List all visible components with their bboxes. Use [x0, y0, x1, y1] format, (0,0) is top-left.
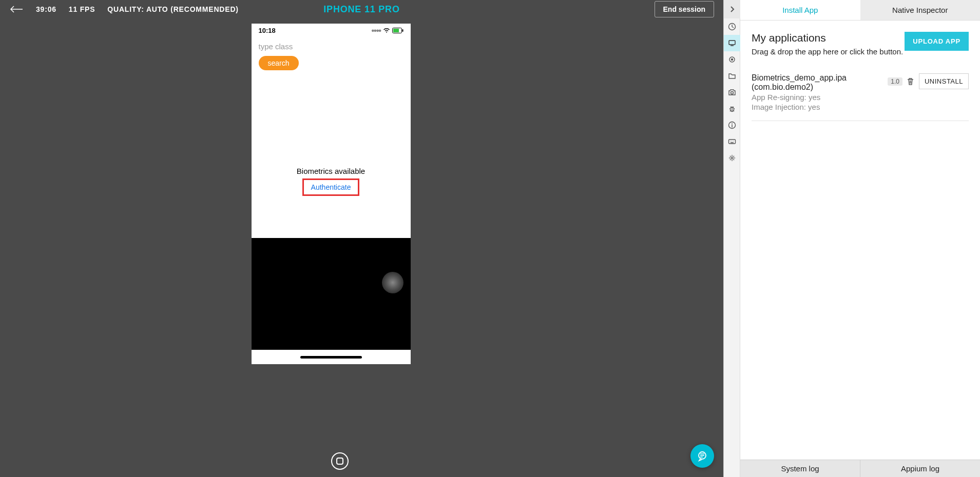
sidebar-settings-icon[interactable] — [724, 150, 740, 166]
svg-rect-1 — [393, 29, 399, 32]
sidebar-bug-icon[interactable] — [724, 101, 740, 117]
session-header: 39:06 11 FPS QUALITY: AUTO (RECOMMENDED)… — [0, 0, 723, 18]
right-panel: Install App Native Inspector My applicat… — [723, 0, 980, 477]
biometrics-available-label: Biometrics available — [252, 167, 411, 175]
rotate-icon[interactable] — [364, 49, 377, 63]
back-arrow-icon[interactable] — [9, 2, 24, 16]
svg-rect-2 — [402, 29, 403, 32]
phone-bottom-black — [252, 238, 411, 350]
search-button[interactable]: search — [259, 56, 299, 70]
svg-rect-7 — [373, 157, 376, 161]
apps-title: My applications — [752, 32, 903, 44]
tab-install-app[interactable]: Install App — [740, 0, 860, 20]
apps-header: My applications Drag & drop the app here… — [752, 32, 969, 56]
fps-indicator: 11 FPS — [69, 5, 95, 13]
phone-search-area: type class — [252, 37, 411, 54]
icon-sidebar — [724, 0, 740, 477]
sidebar-location-icon[interactable] — [724, 51, 740, 68]
sidebar-expand-icon[interactable] — [724, 0, 740, 18]
fingerprint-icon[interactable] — [364, 183, 377, 196]
app-imageinjection-label: Image Injection: yes — [752, 103, 888, 111]
svg-rect-11 — [373, 162, 374, 164]
qr-icon[interactable] — [364, 156, 377, 169]
sidebar-device-icon[interactable] — [724, 35, 740, 51]
svg-rect-8 — [366, 165, 369, 168]
app-resigning-label: App Re-signing: yes — [752, 93, 888, 102]
apps-subtitle: Drag & drop the app here or click the bu… — [752, 47, 903, 56]
sidebar-info-icon[interactable] — [724, 117, 740, 133]
system-log-tab[interactable]: System log — [740, 460, 860, 477]
biometrics-section: Biometrics available Authenticate — [252, 167, 411, 196]
phone-home-indicator-area — [252, 350, 411, 364]
app-list-item: Biometrics_demo_app.ipa (com.bio.demo2) … — [752, 73, 969, 121]
phone-status-icons: ●●●● — [371, 27, 403, 33]
svg-rect-9 — [370, 157, 372, 159]
svg-point-19 — [731, 59, 733, 61]
cellular-dots-icon: ●●●● — [371, 27, 381, 33]
quality-indicator: QUALITY: AUTO (RECOMMENDED) — [107, 5, 238, 13]
svg-rect-6 — [366, 157, 369, 161]
authenticate-button[interactable]: Authenticate — [302, 178, 360, 196]
app-name-label: Biometrics_demo_app.ipa (com.bio.demo2) — [752, 73, 888, 92]
svg-rect-17 — [729, 41, 735, 45]
device-name-label: IPHONE 11 PRO — [323, 4, 399, 15]
svg-point-4 — [374, 55, 375, 57]
phone-screen[interactable]: 10:18 ●●●● type class search Biometrics … — [252, 24, 411, 364]
svg-rect-13 — [373, 165, 376, 166]
sidebar-keyboard-icon[interactable] — [724, 133, 740, 150]
app-version-badge: 1.0 — [888, 77, 902, 86]
appium-log-tab[interactable]: Appium log — [860, 460, 980, 477]
undo-icon[interactable] — [364, 76, 377, 89]
type-class-input[interactable]: type class — [259, 42, 403, 51]
redo-icon[interactable] — [364, 103, 377, 116]
trash-icon[interactable] — [907, 77, 915, 86]
svg-rect-14 — [374, 166, 376, 168]
svg-rect-10 — [370, 160, 372, 162]
panel-tabs: Install App Native Inspector — [740, 0, 980, 21]
upload-app-button[interactable]: UPLOAD APP — [905, 32, 969, 51]
uninstall-button[interactable]: UNINSTALL — [919, 73, 969, 89]
sidebar-clock-icon[interactable] — [724, 18, 740, 35]
sidebar-camera-icon[interactable] — [724, 84, 740, 101]
wifi-icon — [383, 28, 390, 33]
apps-section: My applications Drag & drop the app here… — [740, 21, 980, 126]
home-button-inner-icon — [336, 458, 343, 465]
assistive-touch-icon[interactable] — [382, 272, 403, 293]
home-button[interactable] — [331, 452, 349, 470]
svg-point-20 — [731, 92, 733, 94]
home-indicator-icon[interactable] — [300, 356, 362, 359]
phone-status-bar: 10:18 ●●●● — [252, 24, 411, 37]
sidebar-folder-icon[interactable] — [724, 68, 740, 84]
phone-clock: 10:18 — [259, 27, 276, 34]
chat-bubble-button[interactable] — [690, 444, 714, 468]
panel-footer: System log Appium log — [740, 460, 980, 477]
right-content: Install App Native Inspector My applicat… — [740, 0, 980, 477]
session-timer: 39:06 — [36, 5, 56, 13]
device-stage: 10:18 ●●●● type class search Biometrics … — [0, 18, 723, 477]
svg-point-5 — [369, 134, 373, 138]
tab-native-inspector[interactable]: Native Inspector — [860, 0, 981, 20]
camera-icon[interactable] — [364, 129, 377, 143]
svg-point-24 — [731, 157, 733, 159]
end-session-button[interactable]: End session — [655, 1, 714, 17]
svg-rect-12 — [370, 164, 372, 166]
phone-app-body: type class search Biometrics available A… — [252, 37, 411, 364]
battery-icon — [392, 28, 403, 33]
device-toolbar — [360, 49, 381, 196]
svg-rect-23 — [728, 140, 735, 144]
